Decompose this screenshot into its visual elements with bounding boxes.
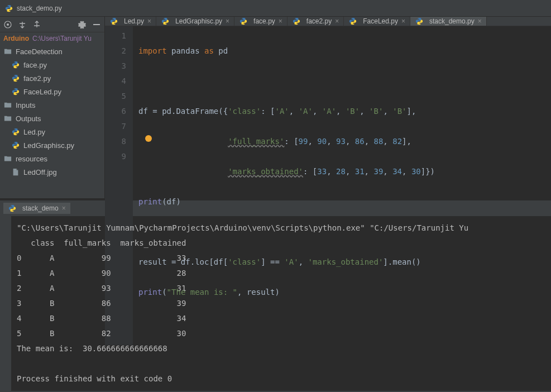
window-title: stack_demo.py — [17, 4, 62, 12]
tree-item[interactable]: Inputs — [0, 98, 104, 112]
tree-item-label: face2.py — [23, 74, 51, 83]
run-tab-stack-demo[interactable]: stack_demo × — [3, 203, 70, 214]
tree-item-label: face.py — [23, 61, 47, 69]
project-path: C:\Users\Tarunjit Yu — [32, 35, 92, 42]
editor-tab[interactable]: face2.py× — [288, 17, 344, 26]
line-number: 4 — [105, 74, 126, 89]
line-number: 6 — [105, 104, 126, 119]
code-editor[interactable]: 123456789 import pandas as pd df = pd.Da… — [105, 26, 551, 345]
tree-item[interactable]: FaceLed.py — [0, 85, 104, 98]
python-file-icon — [292, 17, 301, 26]
tab-label: Led.py — [124, 17, 144, 25]
tree-item-label: LedGraphisc.py — [23, 141, 74, 150]
folder-icon — [3, 101, 12, 109]
tab-label: LedGraphisc.py — [175, 17, 222, 25]
python-file-icon — [348, 17, 357, 26]
tab-label: face2.py — [306, 17, 332, 25]
tab-label: stack_demo.py — [429, 17, 475, 25]
python-file-icon — [109, 17, 118, 26]
tree-item[interactable]: Led.py — [0, 125, 104, 138]
tree-item[interactable]: Outputs — [0, 112, 104, 125]
python-file-icon — [8, 204, 17, 213]
tree-item-label: Led.py — [23, 128, 45, 136]
line-number: 5 — [105, 89, 126, 104]
project-root[interactable]: Arduino C:\Users\Tarunjit Yu — [0, 32, 104, 45]
intention-bulb-icon[interactable] — [145, 135, 152, 142]
python-file-icon — [11, 60, 20, 69]
python-file-icon — [161, 17, 170, 26]
tree-item[interactable]: resources — [0, 152, 104, 165]
tree-item-label: resources — [16, 155, 47, 163]
tree-item-label: FaceDetection — [16, 47, 63, 56]
line-number: 2 — [105, 44, 126, 59]
settings-icon[interactable] — [78, 20, 87, 29]
folder-icon — [3, 114, 12, 123]
close-icon[interactable]: × — [478, 17, 482, 25]
target-icon[interactable] — [3, 20, 12, 29]
editor-tab[interactable]: stack_demo.py× — [410, 17, 487, 26]
line-number: 1 — [105, 28, 126, 44]
console-gutter — [0, 216, 11, 391]
tree-item-label: LedOff.jpg — [23, 168, 57, 176]
editor-tab[interactable]: Led.py× — [105, 17, 156, 26]
python-file-icon — [11, 74, 20, 83]
tree-item-label: FaceLed.py — [23, 88, 61, 96]
folder-icon — [3, 154, 12, 163]
title-bar: stack_demo.py — [0, 0, 551, 17]
close-icon[interactable]: × — [147, 17, 151, 25]
tab-label: face.py — [253, 17, 275, 25]
line-number: 3 — [105, 59, 126, 74]
folder-icon — [3, 47, 12, 56]
tree-item-label: Outputs — [16, 114, 41, 123]
tree-item[interactable]: LedGraphisc.py — [0, 138, 104, 152]
line-number: 7 — [105, 119, 126, 134]
run-tab-label: stack_demo — [22, 204, 59, 212]
python-file-icon — [415, 17, 424, 26]
editor-tab[interactable]: FaceLed.py× — [344, 17, 410, 26]
project-name: Arduino — [3, 35, 29, 42]
project-sidebar: Arduino C:\Users\Tarunjit Yu FaceDetecti… — [0, 17, 105, 198]
close-icon[interactable]: × — [62, 204, 66, 212]
python-file-icon — [239, 17, 248, 26]
tree-item[interactable]: face.py — [0, 58, 104, 71]
code-content[interactable]: import pandas as pd df = pd.DataFrame({'… — [133, 26, 435, 345]
python-file-icon — [11, 141, 20, 150]
editor-pane: Led.py×LedGraphisc.py×face.py×face2.py×F… — [105, 17, 551, 198]
tab-label: FaceLed.py — [363, 17, 398, 25]
project-tree[interactable]: FaceDetectionface.pyface2.pyFaceLed.pyIn… — [0, 45, 104, 198]
sidebar-toolbar — [0, 17, 104, 32]
line-number: 8 — [105, 134, 126, 149]
close-icon[interactable]: × — [279, 17, 282, 25]
tree-item-label: Inputs — [16, 101, 35, 109]
close-icon[interactable]: × — [401, 17, 405, 25]
collapse-all-icon[interactable] — [18, 20, 27, 29]
python-file-icon — [11, 127, 20, 136]
hide-icon[interactable] — [92, 20, 101, 29]
editor-tab[interactable]: LedGraphisc.py× — [156, 17, 234, 26]
tree-item[interactable]: FaceDetection — [0, 45, 104, 58]
line-number: 9 — [105, 149, 126, 164]
tree-item[interactable]: LedOff.jpg — [0, 165, 104, 179]
python-file-icon — [11, 87, 20, 96]
close-icon[interactable]: × — [335, 17, 339, 25]
file-icon — [11, 168, 20, 176]
python-file-icon — [4, 4, 13, 13]
tree-item[interactable]: face2.py — [0, 71, 104, 85]
editor-tabs[interactable]: Led.py×LedGraphisc.py×face.py×face2.py×F… — [105, 17, 551, 26]
close-icon[interactable]: × — [226, 17, 229, 25]
editor-tab[interactable]: face.py× — [234, 17, 288, 26]
expand-all-icon[interactable] — [32, 20, 41, 29]
